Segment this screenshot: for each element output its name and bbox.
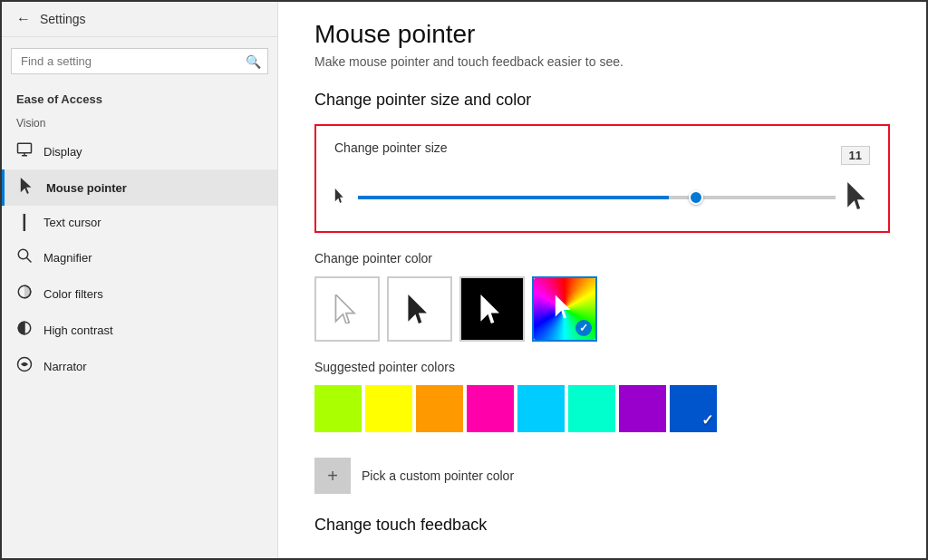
swatch-purple[interactable] [619,385,666,432]
pointer-color-label: Change pointer color [314,251,890,266]
swatch-yellow[interactable] [365,385,412,432]
color-option-white[interactable] [314,276,380,342]
sidebar-item-display-label: Display [44,145,82,159]
ease-of-access-label: Ease of Access [2,85,277,110]
color-filters-icon [16,284,33,304]
touch-feedback-title: Change touch feedback [314,516,890,535]
search-icon: 🔍 [246,54,261,69]
sidebar-item-high-contrast[interactable]: High contrast [2,312,277,348]
swatch-orange[interactable] [416,385,463,432]
sidebar-item-mouse-pointer-label: Mouse pointer [46,181,127,195]
swatch-cyan[interactable] [517,385,565,432]
pointer-size-box: Change pointer size 11 [314,124,890,233]
magnifier-icon [16,247,33,267]
suggested-label: Suggested pointer colors [314,360,890,374]
svg-line-4 [26,257,31,262]
sidebar-header: ← Settings [2,2,277,37]
display-icon [16,141,33,161]
svg-rect-0 [18,143,32,153]
sidebar-item-display[interactable]: Display [2,133,277,169]
narrator-icon [16,356,33,376]
sidebar-item-narrator-label: Narrator [44,360,87,373]
text-cursor-icon: ┃ [16,214,33,231]
cursor-small-icon [334,188,347,207]
page-title: Mouse pointer [314,20,890,49]
plus-icon: + [314,458,351,494]
sidebar: ← Settings 🔍 Ease of Access Vision Displ… [2,2,278,558]
pointer-size-label: Change pointer size [334,140,448,155]
suggested-colors [314,385,890,432]
swatch-pink[interactable] [467,385,514,432]
swatch-teal[interactable] [568,385,615,432]
mouse-pointer-icon [19,178,35,198]
custom-color-button[interactable]: + Pick a custom pointer color [314,450,890,501]
sidebar-item-magnifier[interactable]: Magnifier [2,239,277,275]
swatch-blue[interactable] [670,385,717,432]
page-subtitle: Make mouse pointer and touch feedback ea… [314,54,890,69]
color-option-black[interactable] [387,276,452,342]
pointer-size-slider[interactable] [358,196,836,199]
vision-section-label: Vision [2,110,277,133]
sidebar-item-mouse-pointer[interactable]: Mouse pointer [2,169,277,206]
high-contrast-icon [16,320,33,340]
custom-color-text: Pick a custom pointer color [362,468,514,483]
svg-point-3 [18,249,28,259]
search-box: 🔍 [11,48,268,74]
sidebar-item-high-contrast-label: High contrast [44,323,113,337]
sidebar-item-magnifier-label: Magnifier [44,251,92,265]
size-color-section-title: Change pointer size and color [314,91,890,110]
pointer-size-slider-row [334,182,870,213]
search-input[interactable] [11,48,268,74]
swatch-lime[interactable] [314,385,362,432]
pointer-size-value: 11 [841,146,870,165]
sidebar-item-text-cursor[interactable]: ┃ Text cursor [2,206,277,239]
cursor-large-icon [846,182,870,213]
color-options: ✓ [314,276,890,342]
sidebar-item-narrator[interactable]: Narrator [2,348,277,384]
back-button[interactable]: ← [16,11,31,27]
sidebar-item-color-filters-label: Color filters [44,287,103,301]
color-option-custom[interactable]: ✓ [532,276,597,342]
color-option-inverted[interactable] [459,276,525,342]
sidebar-item-color-filters[interactable]: Color filters [2,275,277,312]
main-content: Mouse pointer Make mouse pointer and tou… [278,2,926,558]
sidebar-item-text-cursor-label: Text cursor [44,216,102,229]
settings-title: Settings [40,12,86,26]
